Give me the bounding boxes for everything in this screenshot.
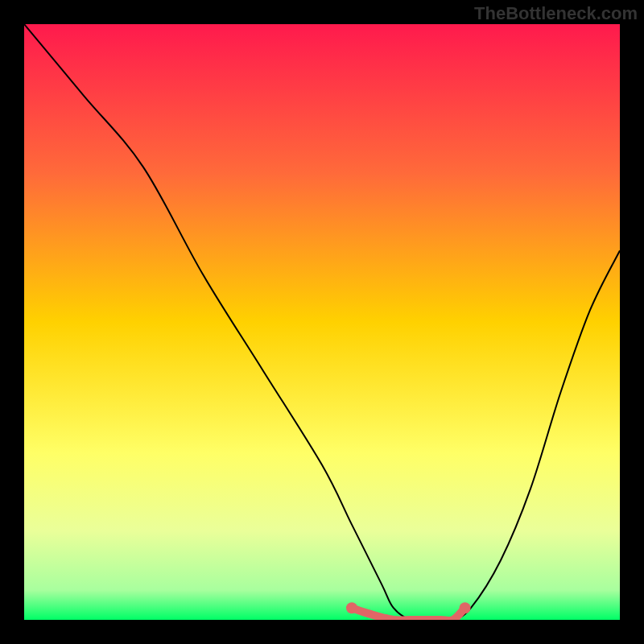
- chart-area: [24, 24, 620, 620]
- svg-point-0: [346, 602, 357, 613]
- svg-point-1: [460, 602, 471, 613]
- gradient-background: [24, 24, 620, 620]
- watermark-text: TheBottleneck.com: [474, 3, 638, 24]
- chart-svg: [24, 24, 620, 620]
